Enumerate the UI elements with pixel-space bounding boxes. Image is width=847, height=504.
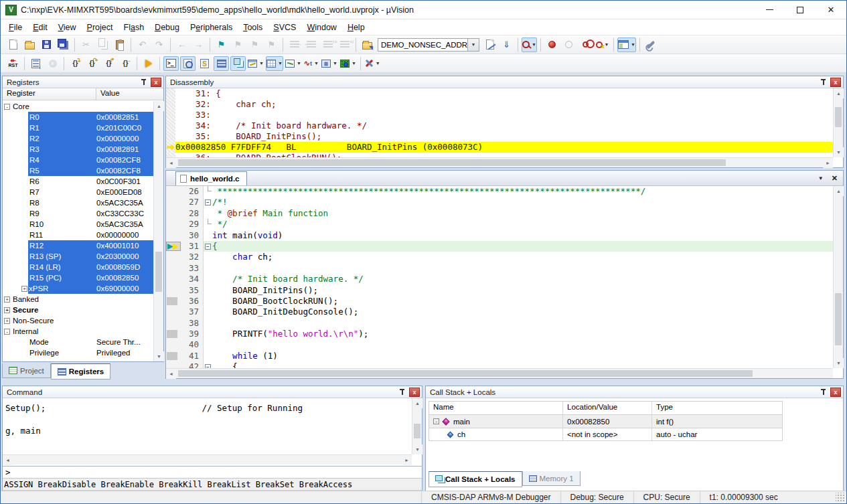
close-icon[interactable]: x <box>151 78 161 87</box>
code-line-36[interactable]: 36 BOARD_BootClockRUN(); <box>166 296 833 307</box>
fold-column[interactable] <box>204 318 212 329</box>
window-layout-button[interactable]: ▼ <box>617 37 636 52</box>
save-button[interactable] <box>39 37 54 52</box>
chevron-down-icon[interactable]: ▼ <box>605 42 609 47</box>
disassembly-line[interactable]: 32: char ch; <box>166 99 833 110</box>
chevron-down-icon[interactable]: ▼ <box>297 61 301 66</box>
code-line-31[interactable]: 31−{ <box>166 241 833 252</box>
disassembly-gutter[interactable] <box>166 99 175 110</box>
target-options-button[interactable] <box>360 37 375 52</box>
register-row-r11[interactable]: R110x00000000 <box>3 230 153 240</box>
breakpoint-gutter[interactable] <box>166 252 181 262</box>
register-row-r14-lr-[interactable]: R14 (LR)0x0008059D <box>3 262 153 272</box>
fold-column[interactable] <box>204 230 212 241</box>
symbols-window-button[interactable]: ≣▼ <box>321 56 338 71</box>
breakpoint-gutter[interactable] <box>166 263 181 274</box>
breakpoint-gutter[interactable] <box>166 285 181 296</box>
fold-column[interactable]: − <box>204 197 212 207</box>
breakpoint-gutter[interactable] <box>166 219 181 230</box>
code-line-38[interactable]: 38 <box>166 318 833 329</box>
chevron-down-icon[interactable]: ▼ <box>333 61 337 66</box>
fold-column[interactable] <box>204 329 212 339</box>
reset-cpu-button[interactable]: RST <box>5 56 21 71</box>
pin-icon[interactable] <box>820 388 827 396</box>
target-select[interactable]: DEMO_NONSEC_ADDRES▼ <box>378 38 479 52</box>
code-line-39[interactable]: 39 PRINTF("hello world.\r\n"); <box>166 329 833 339</box>
breakpoint-gutter[interactable] <box>166 274 181 284</box>
chevron-down-icon[interactable]: ▼ <box>532 42 536 47</box>
disassembly-line[interactable]: 34: /* Init board hardware. */ <box>166 120 833 131</box>
disassembly-gutter[interactable] <box>166 110 175 120</box>
code-line-41[interactable]: 41 while (1) <box>166 351 833 361</box>
menu-window[interactable]: Window <box>301 21 341 34</box>
chevron-down-icon[interactable]: ▼ <box>376 61 380 66</box>
command-vscrollbar[interactable]: ▲ ▼ <box>412 398 422 454</box>
disable-breakpoints-button[interactable] <box>578 37 593 52</box>
chevron-down-icon[interactable]: ▼ <box>278 61 283 66</box>
name-column[interactable]: Name <box>429 402 563 414</box>
breakpoint-gutter[interactable] <box>166 339 181 350</box>
step-button[interactable]: {} <box>68 56 83 71</box>
registers-window-button[interactable] <box>214 56 229 71</box>
code-line-34[interactable]: 34 /* Init board hardware. */ <box>166 274 833 284</box>
system-viewer-button[interactable]: ▼ <box>339 56 357 71</box>
chevron-down-icon[interactable]: ▼ <box>314 61 319 66</box>
registers-scrollbar[interactable]: ▲ ▼ <box>153 101 163 361</box>
breakpoint-gutter[interactable] <box>166 230 181 241</box>
expand-icon[interactable]: + <box>4 307 10 313</box>
disassembly-gutter[interactable] <box>166 120 175 131</box>
code-line-40[interactable]: 40 <box>166 339 833 350</box>
close-document-icon[interactable]: ✕ <box>832 174 838 183</box>
memory-window-button[interactable]: ▼ <box>266 56 283 71</box>
tab-registers[interactable]: Registers <box>51 363 110 380</box>
command-window-button[interactable]: >_ <box>163 56 179 71</box>
breakpoint-gutter[interactable] <box>166 318 181 329</box>
callstack-window-button[interactable] <box>230 56 246 71</box>
new-file-button[interactable] <box>5 37 21 52</box>
editor-vscrollbar[interactable]: ▲ ▼ <box>833 186 843 368</box>
menu-help[interactable]: Help <box>342 21 370 34</box>
register-row-secure[interactable]: +Secure <box>3 305 153 315</box>
disassembly-gutter[interactable] <box>166 131 175 142</box>
disassembly-line[interactable]: 36: BOARD_BootClockRUN(); <box>166 153 833 157</box>
breakpoint-gutter[interactable] <box>166 241 181 252</box>
menu-svcs[interactable]: SVCS <box>268 21 301 34</box>
fold-column[interactable] <box>204 351 212 361</box>
disassembly-line[interactable]: 31: { <box>166 88 833 99</box>
breakpoint-gutter[interactable] <box>166 307 181 317</box>
collapse-icon[interactable]: - <box>433 418 439 424</box>
register-row-non-secure[interactable]: +Non-Secure <box>3 315 153 326</box>
tab-list-dropdown-icon[interactable]: ▼ <box>818 175 824 181</box>
maximize-button[interactable] <box>785 1 816 19</box>
step-out-button[interactable]: {} <box>101 56 117 71</box>
close-icon[interactable]: x <box>830 388 841 397</box>
disassembly-current-line[interactable]: 0x00082850 F7FDFF74 BL BOARD_InitPins (0… <box>166 142 833 153</box>
breakpoint-gutter[interactable] <box>166 329 181 339</box>
disassembly-vscrollbar[interactable]: ▲ ▼ <box>833 88 843 157</box>
menu-flash[interactable]: Flash <box>119 21 150 34</box>
code-line-27[interactable]: 27−/*! <box>166 197 833 207</box>
register-row-r8[interactable]: R80x5AC3C35A <box>3 197 153 208</box>
register-column[interactable]: Register <box>3 88 96 100</box>
register-row-core[interactable]: -Core <box>3 101 153 112</box>
expand-icon[interactable]: + <box>4 297 10 303</box>
minimize-button[interactable] <box>754 1 785 19</box>
callstack-row-ch[interactable]: ch<not in scope>auto - uchar <box>429 428 783 441</box>
fold-collapse-icon[interactable]: − <box>205 199 211 205</box>
fold-column[interactable] <box>204 339 212 350</box>
open-file-button[interactable] <box>22 37 37 52</box>
collapse-icon[interactable]: - <box>4 329 10 335</box>
close-icon[interactable]: x <box>830 78 841 87</box>
code-line-35[interactable]: 35 BOARD_InitPins(); <box>166 285 833 296</box>
fold-column[interactable] <box>204 186 212 197</box>
register-row-r13-sp-[interactable]: R13 (SP)0x20300000 <box>3 251 153 262</box>
fold-column[interactable] <box>204 208 212 219</box>
type-column[interactable]: Type <box>652 402 782 414</box>
expand-icon[interactable]: + <box>21 286 27 292</box>
register-row-internal[interactable]: -Internal <box>3 326 153 337</box>
code-line-32[interactable]: 32 char ch; <box>166 252 833 262</box>
insert-breakpoint-button[interactable] <box>544 37 560 52</box>
run-button[interactable] <box>141 56 156 71</box>
chevron-down-icon[interactable]: ▼ <box>352 61 356 66</box>
tab-memory-1[interactable]: Memory 1 <box>522 471 581 486</box>
